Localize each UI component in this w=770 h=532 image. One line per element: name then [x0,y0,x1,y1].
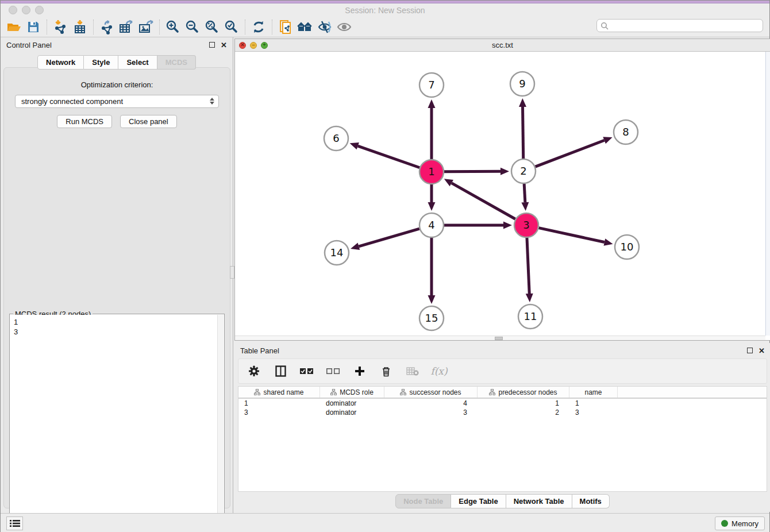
export-image-icon[interactable] [136,18,156,36]
table-cell: dominator [320,408,384,417]
zoom-fit-icon[interactable] [202,18,222,36]
show-column-icon[interactable] [273,364,288,379]
graph-edge-arrowhead [428,99,436,108]
table-cell: 1 [478,399,569,408]
table-cell: 3 [238,408,320,417]
column-hierarchy-icon [489,389,495,395]
graph-edge-arrowhead [428,202,436,211]
column-header-MCDS-role[interactable]: MCDS role [320,387,384,398]
zoom-out-icon[interactable] [183,18,202,36]
graph-edge-2-8[interactable] [536,140,605,167]
network-view-window: ✕ – + scc.txt 7968124314101511 [234,38,770,341]
export-network-icon[interactable] [97,18,117,36]
optimization-criterion-label: Optimization criterion: [4,80,230,89]
table-cell: 2 [478,408,569,417]
table-row[interactable]: 1dominator411 [238,399,767,408]
delete-table-icon[interactable] [405,364,420,379]
toggle-bird-view-icon[interactable] [334,18,354,36]
run-mcds-button[interactable]: Run MCDS [57,115,112,128]
tab-motifs[interactable]: Motifs [572,494,610,508]
tab-mcds[interactable]: MCDS [157,55,196,70]
graph-edge-2-3[interactable] [524,184,525,202]
table-tabs: Node TableEdge TableNetwork TableMotifs [234,494,770,508]
criterion-select[interactable]: strongly connected component [15,95,219,108]
graph-edge-arrowhead [519,98,526,107]
toolbar-separator [272,20,272,34]
mcds-result-line: 1 [14,317,217,327]
table-cell: dominator [320,399,384,408]
close-panel-icon[interactable]: ✕ [221,41,227,49]
tab-edge-table[interactable]: Edge Table [451,494,506,508]
graph-node-label: 6 [333,132,339,144]
graph-node-label: 7 [428,79,434,91]
float-table-panel-icon[interactable] [747,348,753,353]
column-header-label: MCDS role [340,388,374,396]
graph-edge-3-1[interactable] [452,183,515,219]
mcds-result-box: MCDS result (2 nodes) 13 [9,314,225,532]
graph-edge-3-11[interactable] [527,238,529,294]
network-vertical-scrollbar[interactable] [765,52,770,336]
network-graph-canvas[interactable]: 7968124314101511 [235,52,770,340]
apply-function-icon[interactable]: f(x) [432,364,446,379]
select-stepper-icon [210,98,214,105]
create-column-icon[interactable] [352,364,367,379]
tab-network-table[interactable]: Network Table [506,494,572,508]
task-history-button[interactable] [6,516,23,530]
toggle-graphics-details-icon[interactable] [315,18,334,36]
zoom-selected-icon[interactable] [222,18,241,36]
search-input[interactable] [609,22,763,30]
graph-edge-3-10[interactable] [538,228,604,242]
graph-edge-4-14[interactable] [359,229,419,246]
memory-button[interactable]: Memory [715,516,765,530]
column-hierarchy-icon [254,389,260,395]
column-header-shared-name[interactable]: shared name [238,387,320,398]
panel-splitter-handle[interactable] [230,266,234,279]
close-table-panel-icon[interactable]: ✕ [759,346,765,355]
tab-node-table[interactable]: Node Table [395,494,451,508]
copy-network-icon[interactable] [276,18,295,36]
close-panel-button[interactable]: Close panel [120,115,177,128]
toolbar-separator [245,20,245,34]
table-row[interactable]: 3dominator323 [238,408,767,417]
column-header-successor-nodes[interactable]: successor nodes [384,387,478,398]
search-icon [600,22,609,30]
table-settings-gear-icon[interactable] [247,364,261,379]
graph-edge-1-6[interactable] [358,146,419,168]
open-session-icon[interactable] [4,18,24,36]
tab-style[interactable]: Style [84,55,118,70]
table-cell: 1 [569,399,618,408]
tab-network[interactable]: Network [37,55,84,70]
column-hierarchy-icon [400,389,406,395]
import-network-icon[interactable] [51,18,70,36]
select-all-columns-icon[interactable] [299,364,314,379]
table-cell: 3 [569,408,618,417]
graph-edge-arrowhead [428,295,436,304]
graph-edge-arrowhead [503,222,512,229]
column-header-predecessor-nodes[interactable]: predecessor nodes [478,387,569,398]
delete-column-icon[interactable] [379,364,394,379]
save-session-icon[interactable] [24,18,43,36]
column-header-label: successor nodes [409,388,461,396]
zoom-in-icon[interactable] [163,18,183,36]
result-scrollbar[interactable] [217,315,224,531]
show-all-networks-icon[interactable] [295,18,315,36]
graph-edge-1-2[interactable] [444,171,500,172]
graph-edge-arrowhead [604,238,613,246]
network-horizontal-scrollbar[interactable] [235,336,765,340]
graph-edge-arrowhead [350,142,359,149]
criterion-selected-value: strongly connected component [21,97,123,106]
search-box[interactable] [596,19,763,32]
float-panel-icon[interactable] [209,42,215,48]
scrollbar-thumb[interactable] [495,337,503,340]
export-table-icon[interactable] [117,18,136,36]
main-toolbar [1,17,769,37]
tab-select[interactable]: Select [118,55,157,70]
graph-edge-arrowhead [351,243,360,250]
column-header-name[interactable]: name [569,387,618,398]
network-window-titlebar[interactable]: ✕ – + scc.txt [235,39,770,52]
import-table-icon[interactable] [70,18,90,36]
refresh-icon[interactable] [249,18,268,36]
node-table: shared nameMCDS rolesuccessor nodesprede… [238,386,767,492]
graph-edge-2-9[interactable] [523,107,523,159]
unselect-all-columns-icon[interactable] [326,364,341,379]
